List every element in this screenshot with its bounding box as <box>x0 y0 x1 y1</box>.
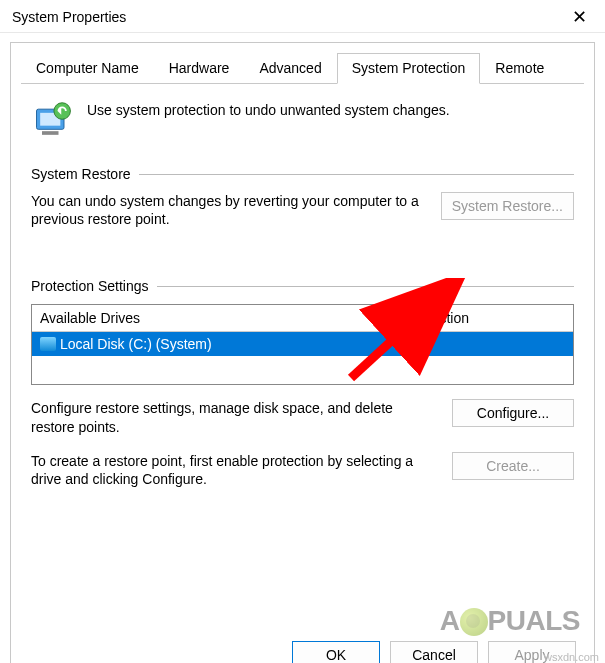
tab-system-protection[interactable]: System Protection <box>337 53 481 84</box>
appuals-logo-icon <box>460 608 488 636</box>
configure-description: Configure restore settings, manage disk … <box>31 399 434 435</box>
svg-rect-2 <box>42 131 59 135</box>
tab-advanced[interactable]: Advanced <box>244 53 336 84</box>
create-description: To create a restore point, first enable … <box>31 452 434 488</box>
configure-row: Configure restore settings, manage disk … <box>31 399 574 435</box>
drive-protection-value: Off <box>398 332 573 356</box>
watermark: APUALS <box>440 605 580 637</box>
dialog-footer-buttons: OK Cancel Apply <box>292 641 576 663</box>
group-title-protection: Protection Settings <box>31 278 149 294</box>
create-button[interactable]: Create... <box>452 452 574 480</box>
titlebar: System Properties ✕ <box>0 0 605 33</box>
group-system-restore: System Restore <box>31 166 574 182</box>
source-watermark: wsxdn.com <box>544 651 599 663</box>
group-protection-settings: Protection Settings <box>31 278 574 294</box>
drive-icon <box>40 337 56 351</box>
configure-button[interactable]: Configure... <box>452 399 574 427</box>
tab-remote[interactable]: Remote <box>480 53 559 84</box>
system-protection-icon <box>31 100 75 144</box>
tab-content: Use system protection to undo unwanted s… <box>11 84 594 488</box>
tab-strip: Computer Name Hardware Advanced System P… <box>21 53 584 84</box>
system-restore-button[interactable]: System Restore... <box>441 192 574 220</box>
dialog-body: Computer Name Hardware Advanced System P… <box>10 42 595 663</box>
intro-text: Use system protection to undo unwanted s… <box>87 100 450 118</box>
drive-name: Local Disk (C:) (System) <box>60 336 212 352</box>
restore-description: You can undo system changes by reverting… <box>31 192 423 228</box>
close-icon[interactable]: ✕ <box>561 6 597 28</box>
window-title: System Properties <box>12 9 126 25</box>
tab-hardware[interactable]: Hardware <box>154 53 245 84</box>
divider <box>157 286 574 287</box>
intro-row: Use system protection to undo unwanted s… <box>31 100 574 144</box>
cancel-button[interactable]: Cancel <box>390 641 478 663</box>
group-title-restore: System Restore <box>31 166 131 182</box>
list-empty-space <box>32 356 573 384</box>
drives-header: Available Drives Protection <box>32 305 573 332</box>
table-row[interactable]: Local Disk (C:) (System) Off <box>32 332 573 356</box>
drives-list[interactable]: Available Drives Protection Local Disk (… <box>31 304 574 385</box>
tab-computer-name[interactable]: Computer Name <box>21 53 154 84</box>
col-available-drives: Available Drives <box>32 305 398 331</box>
svg-point-3 <box>54 103 71 120</box>
ok-button[interactable]: OK <box>292 641 380 663</box>
col-protection: Protection <box>398 305 573 331</box>
create-row: To create a restore point, first enable … <box>31 452 574 488</box>
divider <box>139 174 574 175</box>
restore-row: You can undo system changes by reverting… <box>31 192 574 228</box>
